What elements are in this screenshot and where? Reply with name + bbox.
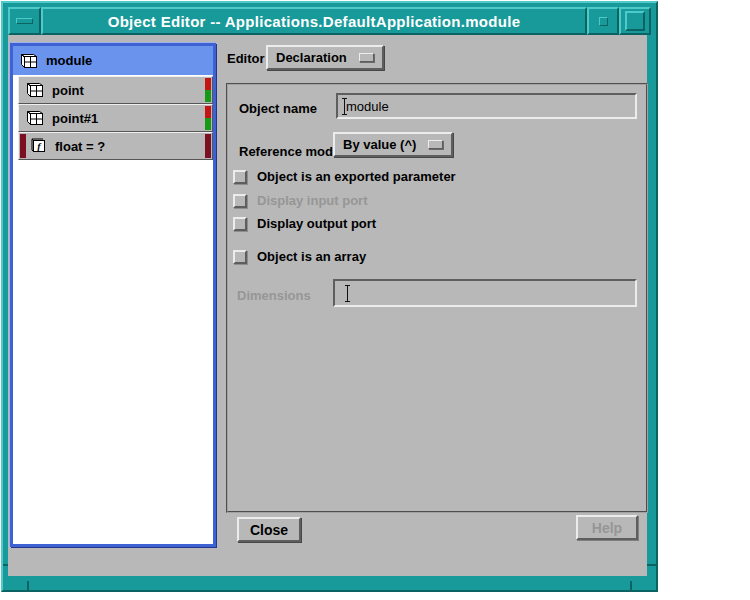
editor-option-value: Declaration (276, 50, 347, 65)
list-item-label: float = ? (55, 139, 105, 154)
maximize-button[interactable] (619, 7, 651, 35)
resize-notch (27, 581, 29, 590)
dimensions-label: Dimensions (237, 288, 311, 303)
minimize-button[interactable] (587, 7, 619, 35)
dimensions-input (333, 279, 637, 307)
status-red-icon (205, 78, 211, 90)
object-grid-icon (26, 82, 44, 98)
status-red-icon (205, 106, 211, 118)
checkbox-icon (233, 170, 247, 184)
checkbox-label: Object is an array (257, 249, 366, 264)
checkbox-label: Display output port (257, 216, 376, 231)
object-editor-window: Object Editor -- Applications.DefaultApp… (1, 1, 658, 592)
option-menu-indicator-icon (428, 140, 443, 149)
checkbox-display-input-port: Display input port (233, 193, 368, 208)
status-indicator (205, 134, 211, 158)
object-grid-icon (26, 110, 44, 126)
object-name-value: module (346, 99, 389, 114)
titlebar-drag-area[interactable]: Object Editor -- Applications.DefaultApp… (41, 7, 587, 35)
status-maroon-icon (20, 134, 26, 158)
list-item-label: point#1 (52, 111, 98, 126)
list-item-point1[interactable]: point#1 (18, 104, 213, 132)
object-name-label: Object name (239, 101, 317, 116)
option-menu-indicator-icon (359, 53, 374, 62)
reference-mode-option-menu[interactable]: By value (^) (333, 132, 453, 157)
list-item-label: point (52, 83, 84, 98)
function-f-icon: f (31, 138, 47, 154)
resize-notch (630, 581, 632, 590)
minimize-icon (599, 17, 608, 26)
maximize-icon (625, 11, 645, 31)
checkbox-object-is-array[interactable]: Object is an array (233, 249, 366, 264)
checkbox-display-output-port[interactable]: Display output port (233, 216, 376, 231)
close-button[interactable]: Close (237, 517, 301, 542)
checkbox-exported-parameter[interactable]: Object is an exported parameter (233, 169, 456, 184)
checkbox-icon (233, 194, 247, 208)
window-menu-dash-icon (16, 18, 33, 24)
text-cursor (344, 99, 345, 114)
status-maroon-icon (205, 134, 211, 158)
list-item-float[interactable]: f float = ? (18, 132, 213, 160)
text-cursor (347, 286, 348, 301)
list-item-label: module (46, 53, 92, 68)
desktop: { "window": { "title": "Object Editor --… (0, 0, 750, 600)
reference-mode-value: By value (^) (343, 137, 416, 152)
checkbox-icon (233, 217, 247, 231)
editor-option-menu[interactable]: Declaration (266, 45, 384, 70)
titlebar: Object Editor -- Applications.DefaultApp… (8, 7, 651, 35)
status-indicator (205, 78, 211, 102)
status-green-icon (205, 90, 211, 102)
reference-mode-label: Reference mode (239, 144, 340, 159)
object-name-input[interactable]: module (336, 93, 637, 119)
dialog-body: module point (8, 35, 647, 576)
status-green-icon (205, 118, 211, 130)
list-item-point[interactable]: point (18, 76, 213, 104)
editor-label: Editor (227, 51, 265, 66)
list-item-module[interactable]: module (13, 46, 213, 75)
window-menu-button[interactable] (8, 7, 41, 35)
help-button-label: Help (592, 520, 622, 536)
checkbox-icon (233, 250, 247, 264)
object-tree-list: module point (10, 43, 216, 547)
help-button: Help (576, 515, 638, 540)
checkbox-label: Object is an exported parameter (257, 169, 456, 184)
object-grid-icon (20, 53, 38, 69)
checkbox-label: Display input port (257, 193, 368, 208)
status-indicator (205, 106, 211, 130)
resize-notch (647, 564, 656, 566)
window-title: Object Editor -- Applications.DefaultApp… (108, 13, 521, 30)
status-indicator (20, 134, 26, 158)
close-button-label: Close (250, 522, 288, 538)
